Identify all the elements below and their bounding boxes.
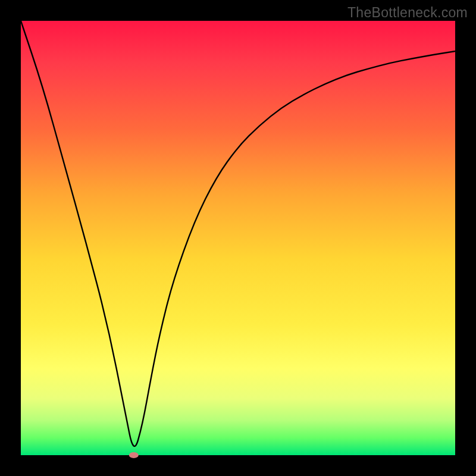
watermark-text: TheBottleneck.com xyxy=(347,5,468,21)
chart-frame: TheBottleneck.com xyxy=(0,0,476,476)
bottleneck-curve xyxy=(21,21,455,446)
curve-layer xyxy=(21,21,455,455)
minimum-marker xyxy=(129,452,139,458)
